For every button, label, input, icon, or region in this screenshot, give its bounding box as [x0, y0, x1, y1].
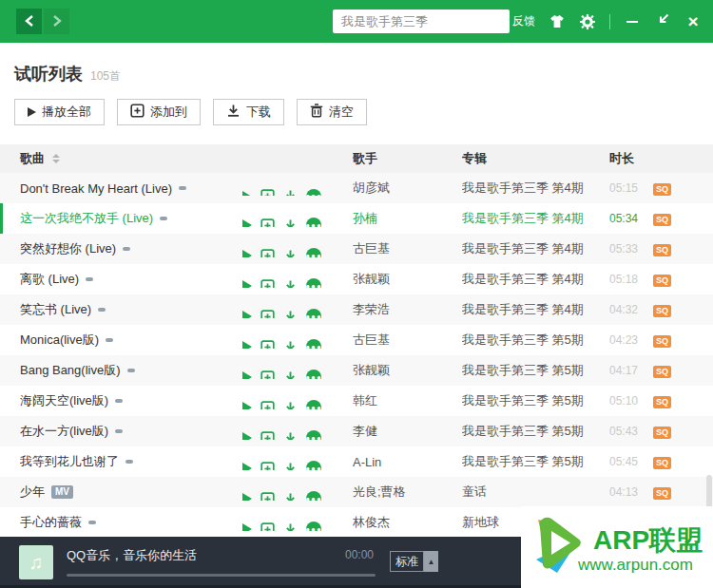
album-name[interactable]: 我是歌手第三季 第4期: [462, 240, 609, 257]
play-all-button[interactable]: 播放全部: [14, 99, 105, 125]
artist-name[interactable]: 李荣浩: [353, 301, 462, 318]
row-more-icon[interactable]: ●●●: [306, 248, 321, 257]
row-download-icon[interactable]: [283, 401, 298, 410]
mv-badge[interactable]: [115, 399, 123, 403]
row-play-icon[interactable]: [242, 463, 252, 470]
row-play-icon[interactable]: [242, 402, 252, 409]
row-play-icon[interactable]: [242, 493, 252, 501]
row-play-icon[interactable]: [242, 432, 252, 440]
row-play-icon[interactable]: [242, 371, 252, 379]
table-row[interactable]: Don't Break My Heart (Live) ●●● 胡彦斌 我是歌手…: [0, 173, 713, 203]
album-name[interactable]: 我是歌手第三季 第5期: [462, 423, 609, 440]
table-row[interactable]: 海阔天空(live版) ●●● 韩红 我是歌手第三季 第5期 05:10 SQ: [0, 386, 713, 416]
row-download-icon[interactable]: [283, 218, 298, 228]
artist-name[interactable]: 古巨基: [353, 240, 462, 257]
table-row[interactable]: 这一次我绝不放手 (Live) ●●● 孙楠 我是歌手第三季 第4期 05:34…: [0, 203, 713, 234]
album-name[interactable]: 我是歌手第三季 第4期: [462, 210, 609, 227]
row-add-icon[interactable]: [260, 492, 275, 502]
row-play-icon[interactable]: [242, 341, 252, 349]
row-download-icon[interactable]: [283, 431, 298, 441]
table-row[interactable]: Bang Bang(live版) ●●● 张靓颖 我是歌手第三季 第5期 04:…: [0, 355, 713, 386]
header-song[interactable]: 歌曲: [20, 150, 45, 167]
mini-mode-button[interactable]: [654, 13, 671, 30]
progress-bar[interactable]: [67, 574, 376, 577]
row-add-icon[interactable]: [260, 189, 275, 196]
row-play-icon[interactable]: [242, 280, 252, 288]
row-more-icon[interactable]: ●●●: [306, 309, 321, 318]
table-row[interactable]: 突然好想你 (Live) ●●● 古巨基 我是歌手第三季 第4期 05:33 S…: [0, 234, 713, 264]
row-add-icon[interactable]: [260, 340, 275, 350]
row-more-icon[interactable]: ●●●: [306, 218, 321, 227]
row-add-icon[interactable]: [260, 370, 275, 380]
table-row[interactable]: 我等到花儿也谢了 ●●● A-Lin 我是歌手第三季 第5期 05:45 SQ: [0, 446, 713, 477]
album-name[interactable]: 我是歌手第三季 第4期: [462, 180, 609, 197]
row-more-icon[interactable]: ●●●: [306, 370, 321, 379]
row-download-icon[interactable]: [283, 189, 298, 196]
mv-badge[interactable]: [88, 521, 96, 524]
row-download-icon[interactable]: [283, 492, 298, 502]
row-download-icon[interactable]: [283, 310, 298, 319]
row-play-icon[interactable]: [242, 523, 252, 531]
back-button[interactable]: [16, 9, 42, 34]
row-more-icon[interactable]: ●●●: [306, 461, 321, 470]
table-row[interactable]: 笑忘书 (Live) ●●● 李荣浩 我是歌手第三季 第4期 04:32 SQ: [0, 294, 713, 325]
minimize-button[interactable]: [624, 13, 641, 30]
row-add-icon[interactable]: [260, 218, 275, 228]
mv-badge[interactable]: [98, 308, 106, 312]
album-name[interactable]: 我是歌手第三季 第5期: [462, 332, 609, 349]
settings-gear-icon[interactable]: [579, 13, 596, 30]
header-album[interactable]: 专辑: [462, 150, 609, 167]
artist-name[interactable]: 古巨基: [353, 332, 462, 349]
row-add-icon[interactable]: [260, 249, 275, 258]
artist-name[interactable]: 林俊杰: [353, 514, 462, 531]
artist-name[interactable]: 孙楠: [353, 210, 462, 227]
table-row[interactable]: Monica(live版) ●●● 古巨基 我是歌手第三季 第5期 04:23 …: [0, 325, 713, 355]
album-name[interactable]: 我是歌手第三季 第5期: [462, 453, 609, 470]
row-more-icon[interactable]: ●●●: [306, 400, 321, 409]
table-row[interactable]: 少年 MV ●●● 光良;曹格 童话 04:13 SQ: [0, 477, 713, 507]
row-more-icon[interactable]: ●●●: [306, 522, 321, 531]
artist-name[interactable]: 胡彦斌: [353, 180, 462, 197]
row-play-icon[interactable]: [242, 191, 252, 196]
row-more-icon[interactable]: ●●●: [306, 339, 321, 349]
album-name[interactable]: 我是歌手第三季 第4期: [462, 301, 609, 318]
artist-name[interactable]: 韩红: [353, 392, 462, 409]
forward-button[interactable]: [44, 9, 69, 34]
mv-badge[interactable]: [125, 460, 133, 464]
table-row[interactable]: 在水一方(live版) ●●● 李健 我是歌手第三季 第5期 05:43 SQ: [0, 416, 713, 446]
artist-name[interactable]: 张靓颖: [353, 362, 462, 379]
header-duration[interactable]: 时长: [609, 150, 653, 167]
row-more-icon[interactable]: ●●●: [306, 491, 321, 501]
album-name[interactable]: 我是歌手第三季 第5期: [462, 392, 609, 409]
album-art-placeholder[interactable]: ♫: [19, 545, 53, 579]
row-add-icon[interactable]: [260, 522, 275, 532]
feedback-link[interactable]: 反馈: [512, 13, 535, 29]
quality-selector[interactable]: 标准 ▲: [390, 551, 438, 572]
mv-badge[interactable]: [123, 247, 130, 251]
row-download-icon[interactable]: [283, 279, 298, 289]
table-row[interactable]: 离歌 (Live) ●●● 张靓颖 我是歌手第三季 第4期 05:18 SQ: [0, 264, 713, 294]
artist-name[interactable]: 光良;曹格: [353, 484, 462, 501]
mv-badge[interactable]: MV: [51, 485, 73, 499]
mv-badge[interactable]: [179, 186, 186, 190]
search-input[interactable]: [333, 14, 514, 28]
row-add-icon[interactable]: [260, 401, 275, 410]
mv-badge[interactable]: [127, 369, 135, 372]
row-add-icon[interactable]: [260, 279, 275, 289]
mv-badge[interactable]: [160, 217, 167, 220]
skin-icon[interactable]: [549, 13, 566, 30]
row-more-icon[interactable]: ●●●: [306, 278, 321, 288]
row-download-icon[interactable]: [283, 370, 298, 380]
album-name[interactable]: 我是歌手第三季 第5期: [462, 362, 609, 379]
row-add-icon[interactable]: [260, 462, 275, 471]
header-artist[interactable]: 歌手: [353, 150, 462, 167]
row-add-icon[interactable]: [260, 310, 275, 319]
mv-badge[interactable]: [86, 277, 93, 281]
row-download-icon[interactable]: [283, 522, 298, 532]
download-button[interactable]: 下载: [213, 99, 284, 125]
row-download-icon[interactable]: [283, 340, 298, 350]
clear-button[interactable]: 清空: [297, 99, 367, 125]
add-to-button[interactable]: 添加到: [117, 99, 201, 125]
mv-badge[interactable]: [106, 338, 113, 342]
artist-name[interactable]: A-Lin: [353, 455, 462, 469]
